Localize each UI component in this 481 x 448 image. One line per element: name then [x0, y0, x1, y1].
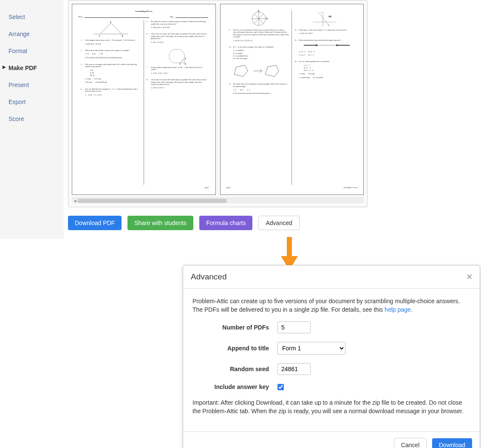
q14-text: If a ≠ b, which equations have no soluti…: [299, 60, 355, 62]
sidebar: Select Arrange Format Make PDF Present E…: [0, 0, 64, 239]
q11-text: The figure shows the translation of a gi…: [233, 83, 289, 87]
svg-text:A: A: [258, 10, 259, 12]
q9-text: The face of a conventional 12-hour clock…: [233, 29, 289, 38]
svg-text:2: 2: [110, 21, 111, 23]
sidebar-item-export[interactable]: Export: [0, 93, 64, 110]
arrow-down-icon: [279, 237, 300, 239]
formula-charts-button[interactable]: Formula charts: [199, 216, 252, 230]
svg-text:B: B: [266, 17, 268, 20]
svg-marker-11: [265, 65, 279, 77]
q2-text: What is the median degree measure of the…: [85, 49, 141, 51]
svg-text:B: B: [185, 63, 186, 65]
q1-choices: A. 60 B. 80 C. 70 D. 60: [85, 43, 141, 45]
footer-title: Scrambling - St. test: [344, 186, 357, 189]
sidebar-item-arrange[interactable]: Arrange: [0, 25, 64, 42]
advanced-button[interactable]: Advanced: [258, 216, 299, 230]
name-label: Name:: [78, 16, 83, 18]
q8-text: All six faces of a cube with 3-inch edge…: [151, 79, 207, 85]
scroll-thumb[interactable]: [78, 199, 226, 203]
q10-text: If y = x², how does y change if the valu…: [233, 46, 289, 48]
q4-text: Line n is defined by the equation 5y − 5…: [85, 88, 141, 93]
q6-text: All six faces of a cube with 3-inch edge…: [151, 33, 207, 39]
q7-text: For the regular octagon shown above, if …: [151, 66, 207, 71]
page-num: page 1: [205, 186, 209, 189]
svg-text:A: A: [179, 63, 181, 65]
date-label: Date:: [170, 16, 174, 18]
svg-marker-3: [169, 49, 184, 63]
q5-text: The radius of a circle is a whole number…: [151, 20, 207, 25]
share-button[interactable]: Share with students: [127, 216, 193, 230]
q1-text: In the diagram shown above, m∠3 = 120 an…: [85, 39, 141, 41]
sidebar-item-select[interactable]: Select: [0, 8, 64, 25]
svg-marker-10: [234, 65, 248, 77]
sidebar-item-score[interactable]: Score: [0, 110, 64, 127]
download-pdf-button[interactable]: Download PDF: [68, 216, 122, 230]
page-thumbnail-1: Scrambling ID test Name: Date: 123 1.In …: [72, 4, 216, 195]
q12-text: In the figure, if line t has a slope of …: [299, 29, 355, 31]
sidebar-item-format[interactable]: Format: [0, 42, 64, 59]
sidebar-item-make-pdf[interactable]: Make PDF: [0, 59, 64, 76]
page-num: page 2: [226, 186, 231, 189]
q3-text: If the area of a rectangle with integral…: [85, 63, 141, 68]
svg-text:y: y: [321, 12, 322, 13]
sidebar-item-present[interactable]: Present: [0, 76, 64, 93]
svg-text:3: 3: [122, 35, 123, 37]
scroll-left-icon[interactable]: ◀: [72, 198, 78, 204]
svg-text:(8,4): (8,4): [329, 16, 331, 18]
preview-scrollbar[interactable]: ◀: [72, 197, 364, 203]
pdf-preview: Scrambling ID test Name: Date: 123 1.In …: [68, 0, 368, 207]
page-thumbnail-2: AB 9.The face of a conventional 12-hour …: [220, 4, 364, 195]
svg-text:1: 1: [99, 35, 100, 37]
svg-text:C: C: [185, 58, 186, 59]
doc-title: Scrambling ID test: [78, 10, 209, 13]
